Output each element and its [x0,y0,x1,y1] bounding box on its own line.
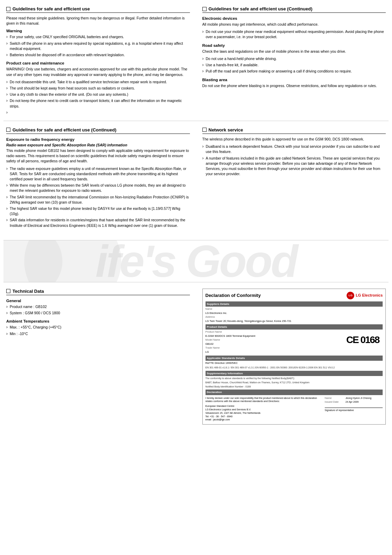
declaration-grid: I hereby declare under our sole responsi… [206,396,383,422]
product-care-text: WARNING! Only use batteries, chargers an… [6,67,190,77]
doc-logo: LG LG Electronics [347,292,383,299]
supplementary-text: The conformity to above standards is ver… [206,377,383,380]
warning-item-1: For your safety, use ONLY specified ORIG… [6,34,190,40]
trade-name-value: LG [206,350,209,354]
middle-section: Guidelines for safe and efficient use (C… [3,125,389,240]
road-safety-list: Do not use a hand-held phone while drivi… [202,56,386,74]
road-safety-item-1: Do not use a hand-held phone while drivi… [202,56,386,61]
product-care-item-2: The unit should be kept away from heat s… [6,86,190,91]
sar-item-3: The SAR limit recommended by the interna… [6,195,190,205]
section-title-network: Network service [202,127,386,134]
warning-list: For your safety, use ONLY specified ORIG… [6,34,190,58]
checkbox-icon-mid-right [202,128,207,132]
ambient-temp-heading: Ambient Temperatures [6,319,190,323]
supplier-name-value: LG Electronics Inc. [206,311,227,315]
watermark-section: ife's Good [3,240,389,282]
checkbox-icon-mid-left [6,128,10,132]
model-name-value: GB102 [206,342,214,346]
bart-address: BABT, Balfour House, Churchfield Road, W… [206,381,383,384]
product-care-list: Do not disassemble this unit. Take it to… [6,79,190,109]
middle-right-column: Network service The wireless phone descr… [200,125,389,233]
supplier-name-row: Name [206,307,383,311]
sig-area: Signature of representative [325,408,383,412]
road-safety-item-2: Use a hands-free kit, if available. [202,62,386,68]
product-care-item-1: Do not disassemble this unit. Take it to… [6,79,190,85]
trade-name-label: Trade Name [206,346,226,350]
road-safety-text: Check the laws and regulations on the us… [202,49,386,54]
notified-body: Notified Body Identification Number : 01… [206,385,383,388]
electronic-devices-text: All mobile phones may get interference, … [202,22,386,27]
network-intro: The wireless phone described in this gui… [202,137,386,142]
left-column-guidelines: Guidelines for safe and efficient use Pl… [3,3,193,114]
electronic-devices-list: Do not use your mobile phone near medica… [202,29,386,40]
sar-text: This mobile phone model GB102 has been d… [6,148,190,164]
section-title-guidelines-continued2: Guidelines for safe and efficient use (C… [6,127,190,134]
doc-title: Declaration of Conformity [206,292,261,299]
general-list: Product name : GB102 System : GSM 900 / … [6,304,190,316]
product-care-item-4: Do not keep the phone next to credit car… [6,98,190,109]
blasting-area-text: Do not use the phone where blasting is i… [202,83,386,88]
road-safety-heading: Road safety [202,43,386,48]
system-item: System : GSM 900 / DCS 1800 [6,310,190,316]
supplier-details-section: Suppliers Details [206,301,383,307]
supplier-name-label: Name [206,307,226,311]
sar-item-4: The highest SAR value for this model pho… [6,206,190,216]
product-name-label: Product Name [206,330,226,334]
model-name-label: Model Name [206,338,226,342]
section-title-guidelines-left: Guidelines for safe and efficient use [6,6,190,13]
declaration-right: Name Jeong Hyeon Ji Cheong Issued Date 2… [325,396,383,422]
network-item-1: Dualband is a network dependent feature.… [202,144,386,154]
checkbox-icon [6,7,10,11]
network-item-2: A number of features included in this gu… [202,156,386,177]
intro-text-left: Please read these simple guidelines. Ign… [6,16,190,26]
checkbox-icon-right [202,7,207,11]
radio-frequency-heading: Exposure to radio frequency energy [6,137,190,142]
electronic-devices-item-1: Do not use your mobile phone near medica… [202,29,386,40]
product-name-item: Product name : GB102 [6,304,190,309]
sar-list: The radio wave exposure guidelines emplo… [6,166,190,228]
road-safety-item-3: Pull off the road and park before making… [202,69,386,74]
technical-data-title: Technical Data [6,289,190,295]
warning-item-2: Switch off the phone in any area where r… [6,41,190,51]
sar-item-5: SAR data information for residents in co… [6,217,190,228]
temp-max-item: Max. : +55°C, Charging (+45°C) [6,325,190,330]
standards-list: EN 301 489-01 v1.8.1 / EN 301 489-07 v1.… [206,366,383,369]
doc-header: Declaration of Conformity LG LG Electron… [206,292,383,299]
bottom-section: Technical Data General Product name : GB… [3,282,389,427]
top-section: Guidelines for safe and efficient use Pl… [3,3,389,121]
declaration-left: I hereby declare under our sole responsi… [206,396,321,422]
section-title-guidelines-right: Guidelines for safe and efficient use (C… [202,6,386,13]
ce-mark: CE 0168 [346,333,379,347]
warning-heading: Warning [6,29,190,33]
address-value: LG Twin Tower 20,Yeouido-dong, Yeongdeun… [206,319,291,323]
middle-left-column: Guidelines for safe and efficient use (C… [3,125,193,233]
blasting-area-heading: Blasting area [202,78,386,82]
general-heading: General [6,299,190,303]
electronic-devices-heading: Electronic devices [202,16,386,20]
product-care-heading: Product care and maintenance [6,61,190,65]
ratte-directive: R&TTE Directive 1999/5/EC [206,361,238,365]
declaration-section-label: Declaration [206,390,383,395]
standards-section: Applicable Standards Details [206,356,383,361]
sar-item-1: The radio wave exposure guidelines emplo… [6,166,190,182]
sar-heading: Radio wave exposure and Specific Absorpt… [6,143,190,147]
watermark-text: ife's Good [95,240,296,282]
declaration-section: Declaration of Conformity LG LG Electron… [200,286,389,427]
page: Guidelines for safe and efficient use Pl… [0,0,392,431]
product-care-item-3: Use a dry cloth to clean the exterior of… [6,92,190,97]
product-details-section: Product Details [206,324,383,330]
ambient-list: Max. : +55°C, Charging (+45°C) Min : -10… [6,325,190,336]
product-name-value: E-GSM 900/DCS 1800 Terminal Equipment [206,334,255,338]
supplementary-section: Supplementary Information [206,371,383,376]
network-list: Dualband is a network dependent feature.… [202,144,386,177]
temp-min-item: Min : -10°C [6,331,190,336]
right-column-guidelines-continued: Guidelines for safe and efficient use (C… [200,3,389,114]
checkbox-icon-tech [6,289,10,293]
doc-box: Declaration of Conformity LG LG Electron… [202,289,386,425]
warning-item-3: Batteries should be disposed off in acco… [6,52,190,58]
address-label: Address [206,315,226,319]
technical-data-section: Technical Data General Product name : GB… [3,286,193,427]
sar-item-2: While there may be differences between t… [6,183,190,193]
lg-logo-circle: LG [347,292,354,299]
